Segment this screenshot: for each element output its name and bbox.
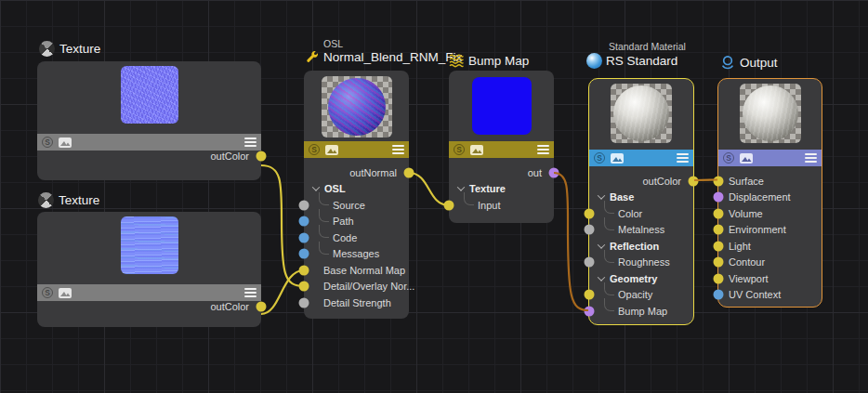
outnormal-label: outNormal [349,167,397,178]
menu-icon[interactable] [805,153,817,163]
image-icon[interactable] [611,153,624,164]
row-metalness: Metalness [589,222,693,239]
chevron-down-icon[interactable] [312,184,320,191]
bump-toolbar: S [449,141,554,158]
osl-preview [322,76,392,138]
port-outcolor[interactable] [256,151,267,162]
row-detail-overlay-normal: Detail/Overlay Nor... [304,279,409,295]
solo-icon[interactable]: S [42,137,53,148]
port-roughness[interactable] [585,257,595,268]
node-rs-standard[interactable]: S outColor Base Color Metalness [588,78,694,325]
image-icon[interactable] [740,153,753,164]
tree-branch [604,282,614,295]
menu-icon[interactable] [537,145,549,154]
port-color[interactable] [585,208,595,218]
port-outcolor[interactable] [689,176,699,186]
port-outcolor[interactable] [256,302,267,312]
menu-icon[interactable] [677,153,689,163]
texture2-header[interactable]: Texture [38,192,99,208]
port-out[interactable] [549,167,559,177]
solo-icon[interactable]: S [594,152,605,164]
node-bump-map[interactable]: S out Texture Input [449,71,554,223]
output-preview [740,84,801,143]
osl-type-label: OSL [323,38,343,49]
rs-type-label: Standard Material [609,41,686,52]
rs-header[interactable]: Standard Material RS Standard [586,41,686,69]
tree-branch [319,242,329,255]
texture1-header[interactable]: Texture [39,41,100,57]
bump-title: Bump Map [468,54,529,68]
port-path[interactable] [299,216,309,227]
chevron-down-icon[interactable] [598,273,605,281]
texture2-preview [121,216,178,274]
texture-node-icon [39,41,55,57]
chevron-down-icon[interactable] [457,184,465,191]
port-input[interactable] [444,200,454,210]
tree-branch [604,250,614,263]
row-viewport: Viewport [718,270,822,287]
wire-texture1-to-detail-overlay[interactable] [261,165,304,286]
row-outcolor: outColor [589,173,693,190]
port-surface[interactable] [714,176,724,186]
row-displacement: Displacement [718,190,822,206]
solo-icon[interactable]: S [723,152,734,164]
row-outnormal: outNormal [304,164,409,181]
menu-icon[interactable] [392,145,404,154]
row-base-normal-map: Base Normal Map [304,262,409,279]
port-contour[interactable] [714,257,724,268]
port-uv-context[interactable] [714,290,724,300]
node-graph-canvas[interactable]: Texture Texture OSL Normal_Blend_RNM_Fix… [0,0,868,393]
output-toolbar: S [718,150,822,166]
bump-header[interactable]: Bump Map [449,54,529,68]
port-source[interactable] [299,200,309,210]
port-detail-overlay-normal[interactable] [299,282,309,292]
node-osl[interactable]: S outNormal OSL Source Path [304,71,409,319]
image-icon[interactable] [59,288,72,298]
row-bump-map: Bump Map [589,303,693,320]
osl-title: Normal_Blend_RNM_Fix [323,50,462,64]
port-bump-map[interactable] [585,306,595,316]
output-node-icon [720,55,735,71]
wire-texture2-to-base-normal[interactable] [261,270,304,314]
solo-icon[interactable]: S [42,287,53,298]
texture1-preview [121,66,178,124]
image-icon[interactable] [59,138,72,148]
rs-preview [611,84,672,143]
row-detail-strength: Detail Strength [304,295,409,311]
node-texture-2[interactable]: S outColor [37,212,261,327]
output-header[interactable]: Output [720,55,778,71]
image-icon[interactable] [470,145,483,155]
port-volume[interactable] [714,208,724,218]
menu-icon[interactable] [244,288,256,297]
texture-node-icon [38,192,54,208]
tree-branch [604,298,614,311]
solo-icon[interactable]: S [309,144,320,155]
port-environment[interactable] [714,225,724,235]
chevron-down-icon[interactable] [598,241,605,248]
solo-icon[interactable]: S [454,144,465,155]
wire-outnormal-to-bump-input[interactable] [409,173,449,205]
port-outnormal[interactable] [404,167,414,177]
row-outcolor: outColor [37,151,261,162]
row-messages: Messages [304,246,409,263]
port-light[interactable] [714,241,724,251]
node-output[interactable]: S Surface Displacement Volume Environmen… [717,78,822,308]
node-texture-1[interactable]: S outColor [37,61,261,180]
osl-header[interactable]: OSL Normal_Blend_RNM_Fix [306,38,462,64]
port-code[interactable] [299,232,309,242]
port-detail-strength[interactable] [299,297,309,308]
port-displacement[interactable] [714,192,724,203]
menu-icon[interactable] [244,138,256,147]
port-messages[interactable] [299,249,309,259]
tree-branch [319,192,329,205]
port-metalness[interactable] [585,225,595,235]
outcolor-label: outColor [210,151,249,162]
image-icon[interactable] [325,145,338,155]
texture1-title: Texture [59,42,100,56]
port-opacity[interactable] [585,290,595,300]
wire-bump-out-to-rs-bumpmap[interactable] [554,173,588,310]
row-contour: Contour [718,255,822,271]
port-base-normal-map[interactable] [299,265,309,275]
chevron-down-icon[interactable] [598,192,605,200]
port-viewport[interactable] [714,273,724,283]
